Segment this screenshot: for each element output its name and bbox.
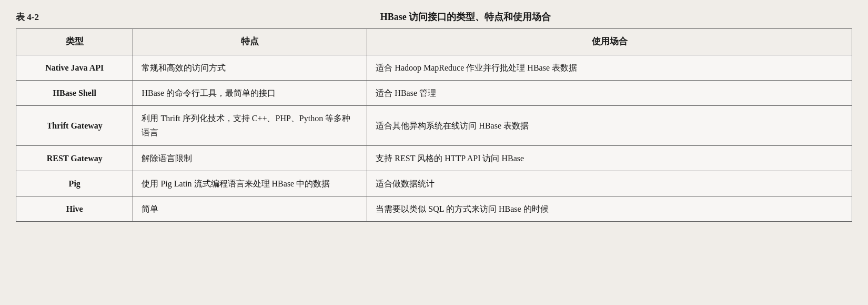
cell-type: HBase Shell — [16, 81, 133, 106]
cell-feature: HBase 的命令行工具，最简单的接口 — [133, 81, 367, 106]
cell-feature: 利用 Thrift 序列化技术，支持 C++、PHP、Python 等多种语言 — [133, 106, 367, 145]
table-row: Native Java API常规和高效的访问方式适合 Hadoop MapRe… — [16, 55, 852, 80]
main-table: 类型 特点 使用场合 Native Java API常规和高效的访问方式适合 H… — [16, 28, 852, 222]
table-caption-area: 表 4-2 HBase 访问接口的类型、特点和使用场合 — [16, 11, 852, 23]
table-row: Thrift Gateway利用 Thrift 序列化技术，支持 C++、PHP… — [16, 106, 852, 145]
cell-feature: 简单 — [133, 196, 367, 222]
cell-usage: 适合 HBase 管理 — [367, 81, 852, 106]
cell-feature: 解除语言限制 — [133, 145, 367, 171]
cell-type: Pig — [16, 171, 133, 196]
table-title: HBase 访问接口的类型、特点和使用场合 — [79, 11, 852, 23]
cell-type: Thrift Gateway — [16, 106, 133, 145]
cell-usage: 支持 REST 风格的 HTTP API 访问 HBase — [367, 145, 852, 171]
cell-type: Native Java API — [16, 55, 133, 80]
cell-type: REST Gateway — [16, 145, 133, 171]
cell-feature: 常规和高效的访问方式 — [133, 55, 367, 80]
table-header-row: 类型 特点 使用场合 — [16, 29, 852, 55]
table-row: HBase ShellHBase 的命令行工具，最简单的接口适合 HBase 管… — [16, 81, 852, 106]
cell-usage: 适合 Hadoop MapReduce 作业并行批处理 HBase 表数据 — [367, 55, 852, 80]
table-row: Hive简单当需要以类似 SQL 的方式来访问 HBase 的时候 — [16, 196, 852, 222]
header-type: 类型 — [16, 29, 133, 55]
table-label: 表 4-2 — [16, 11, 79, 23]
header-feature: 特点 — [133, 29, 367, 55]
table-row: Pig使用 Pig Latin 流式编程语言来处理 HBase 中的数据适合做数… — [16, 171, 852, 196]
cell-usage: 适合其他异构系统在线访问 HBase 表数据 — [367, 106, 852, 145]
cell-usage: 适合做数据统计 — [367, 171, 852, 196]
header-usage: 使用场合 — [367, 29, 852, 55]
table-row: REST Gateway解除语言限制支持 REST 风格的 HTTP API 访… — [16, 145, 852, 171]
cell-feature: 使用 Pig Latin 流式编程语言来处理 HBase 中的数据 — [133, 171, 367, 196]
cell-usage: 当需要以类似 SQL 的方式来访问 HBase 的时候 — [367, 196, 852, 222]
cell-type: Hive — [16, 196, 133, 222]
